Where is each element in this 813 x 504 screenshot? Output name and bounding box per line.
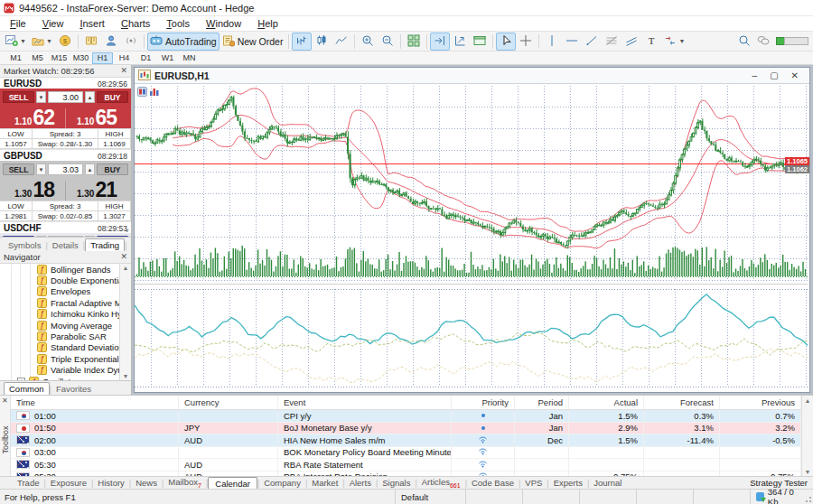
new-order-button[interactable]: New Order	[220, 33, 286, 51]
menu-file[interactable]: File	[2, 17, 34, 30]
chevron-down-icon[interactable]: ▼	[678, 38, 685, 44]
price-chart-canvas[interactable]	[135, 84, 808, 391]
buy-button[interactable]: BUY	[97, 236, 128, 237]
navigator-item-fractal-adaptive-mo[interactable]: ƒFractal Adaptive Mo	[0, 297, 131, 308]
calendar-scrollbar[interactable]: ▲▼	[801, 396, 813, 477]
volume-decrease-button[interactable]: ▼	[36, 91, 46, 103]
calendar-column-event[interactable]: Event	[278, 396, 452, 409]
calendar-event-row[interactable]: 01:50JPYBoJ Monetary Base y/yJan2.9%3.1%…	[11, 423, 801, 435]
volume-input[interactable]: 3.00	[48, 91, 83, 103]
menu-charts[interactable]: Charts	[113, 17, 158, 30]
vertical-line-button[interactable]	[542, 33, 562, 51]
tab-common[interactable]: Common	[4, 382, 50, 395]
fibonacci-button[interactable]	[602, 33, 621, 51]
timeframe-m5[interactable]: M5	[27, 52, 48, 64]
status-profile[interactable]: Default	[395, 490, 465, 504]
volume-input[interactable]: 3.03	[48, 163, 83, 175]
scroll-up-icon[interactable]: ▲	[805, 397, 811, 404]
market-watch-scroll-down-icon[interactable]: ˅	[125, 227, 129, 235]
timeframe-mn[interactable]: MN	[179, 52, 200, 64]
horizontal-line-button[interactable]	[562, 33, 582, 51]
timeframe-h1[interactable]: H1	[92, 52, 113, 64]
calendar-event-row[interactable]: 03:00BOK Monetary Policy Board Meeting M…	[11, 447, 801, 460]
bid-price[interactable]: 1.10 62	[4, 108, 65, 128]
arrows-button[interactable]: ▼	[661, 33, 687, 51]
ask-price[interactable]: 1.30 21	[65, 181, 127, 201]
profiles-button[interactable]: ▼	[29, 33, 55, 51]
volume-increase-button[interactable]: ▲	[85, 236, 95, 237]
calendar-column-currency[interactable]: Currency	[179, 396, 278, 409]
navigator-item-triple-exponential-m[interactable]: ƒTriple Exponential M	[0, 353, 131, 364]
tab-symbols[interactable]: Symbols	[4, 239, 45, 251]
toolbox-tab-exposure[interactable]: Exposure	[46, 478, 91, 488]
menu-window[interactable]: Window	[198, 17, 249, 30]
connection-icon[interactable]	[776, 35, 809, 49]
cursor-button[interactable]	[496, 33, 516, 51]
tab-details[interactable]: Details	[48, 239, 83, 251]
timeframe-m1[interactable]: M1	[5, 52, 26, 64]
toolbox-tab-market[interactable]: Market	[307, 478, 342, 488]
volume-increase-button[interactable]: ▲	[85, 91, 95, 103]
calendar-column-priority[interactable]: Priority	[452, 396, 515, 409]
tab-favorites[interactable]: Favorites	[51, 383, 96, 395]
community-button[interactable]	[101, 33, 121, 51]
toolbox-close-icon[interactable]: ✕	[2, 397, 8, 405]
chart-window-titlebar[interactable]: EURUSD,H1 – ▢ ✕	[135, 68, 809, 84]
menu-insert[interactable]: Insert	[71, 17, 113, 30]
calendar-event-row[interactable]: 05:30AUDRBA Rate Statement	[11, 459, 801, 471]
toolbox-tab-experts[interactable]: Experts	[549, 478, 587, 488]
expand-icon[interactable]: +	[17, 378, 25, 380]
tab-trading[interactable]: Trading	[85, 238, 125, 251]
toolbox-tab-trade[interactable]: Trade	[13, 478, 43, 488]
depth-of-market-icon[interactable]	[149, 87, 159, 98]
resize-grip[interactable]	[805, 496, 812, 503]
timeframe-w1[interactable]: W1	[157, 52, 178, 64]
toolbox-tab-company[interactable]: Company	[259, 478, 305, 488]
menu-view[interactable]: View	[34, 17, 72, 30]
search-icon[interactable]	[738, 34, 751, 49]
zoom-in-button[interactable]	[358, 33, 378, 51]
sell-button[interactable]: SELL	[3, 91, 34, 103]
volume-decrease-button[interactable]: ▼	[36, 163, 46, 175]
market-watch-close-icon[interactable]: ✕	[120, 67, 127, 75]
toolbox-tab-signals[interactable]: Signals	[378, 478, 415, 488]
chart-bars-button[interactable]	[292, 33, 312, 51]
calendar-event-row[interactable]: 01:00CPI y/yJan1.5%0.3%0.7%	[11, 410, 801, 423]
navigator-item-envelopes[interactable]: ƒEnvelopes	[0, 286, 131, 297]
autotrading-button[interactable]: AutoTrading	[147, 33, 220, 51]
toolbox-tab-code-base[interactable]: Code Base	[467, 478, 519, 488]
tile-windows-button[interactable]	[404, 33, 424, 51]
chevron-down-icon[interactable]: ▼	[46, 38, 52, 44]
toolbox-tab-vps[interactable]: VPS	[520, 478, 547, 488]
navigator-scrollbar[interactable]: ▲▼	[119, 264, 131, 380]
navigator-item-bollinger-bands[interactable]: ƒBollinger Bands	[0, 264, 131, 275]
calendar-column-forecast[interactable]: Forecast	[644, 396, 720, 409]
strategy-tester-button[interactable]	[470, 33, 490, 51]
toolbox-tab-history[interactable]: History	[93, 478, 129, 488]
trendline-button[interactable]	[582, 33, 602, 51]
navigator-close-icon[interactable]: ✕	[120, 253, 127, 261]
signals-button[interactable]	[121, 33, 141, 51]
maximize-icon[interactable]: ▢	[770, 69, 778, 83]
toolbox-tab-alerts[interactable]: Alerts	[345, 478, 376, 488]
minimize-icon[interactable]: –	[752, 69, 758, 83]
one-click-trading-icon[interactable]	[137, 87, 147, 98]
chart-candles-button[interactable]	[312, 33, 332, 51]
navigator-item-moving-average[interactable]: ƒMoving Average	[0, 320, 131, 331]
zoom-out-button[interactable]	[378, 33, 397, 51]
volume-input[interactable]: 3.00	[48, 236, 83, 237]
crosshair-button[interactable]	[516, 33, 536, 51]
navigator-item-parabolic-sar[interactable]: ƒParabolic SAR	[0, 331, 131, 341]
chart-shift-button[interactable]	[450, 33, 470, 51]
scroll-down-icon[interactable]: ▼	[123, 373, 129, 379]
timeframe-d1[interactable]: D1	[136, 52, 156, 64]
calendar-column-time[interactable]: Time	[11, 396, 179, 409]
toolbox-tab-journal[interactable]: Journal	[589, 478, 626, 488]
channel-button[interactable]	[621, 33, 641, 51]
timeframe-h4[interactable]: H4	[114, 52, 135, 64]
sell-button[interactable]: SELL	[3, 236, 34, 237]
buy-button[interactable]: BUY	[97, 91, 128, 103]
market-button[interactable]: $	[55, 33, 75, 51]
navigator-item-ichimoku-kinko-hyo[interactable]: ƒIchimoku Kinko Hyo	[0, 309, 131, 320]
scroll-up-icon[interactable]: ▲	[123, 265, 129, 271]
